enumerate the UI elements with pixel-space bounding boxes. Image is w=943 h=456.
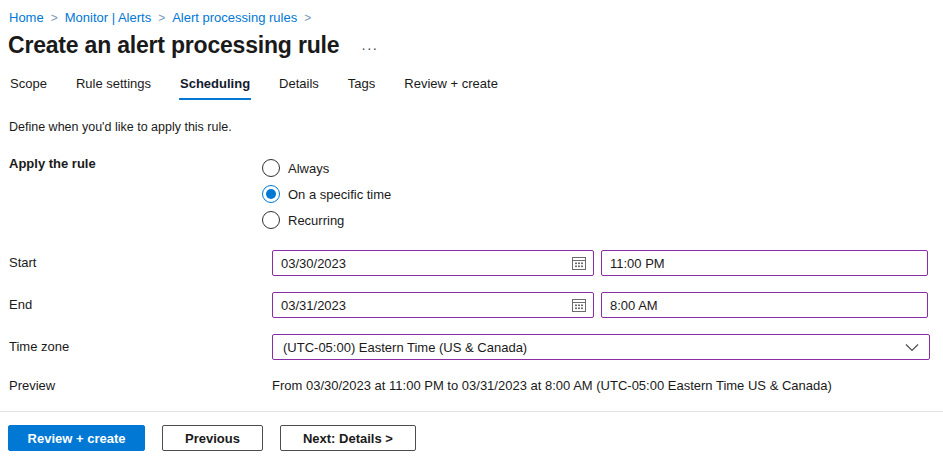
breadcrumb-separator: > [51,11,58,25]
end-label: End [9,292,272,312]
next-details-button[interactable]: Next: Details > [280,425,416,451]
end-date-input[interactable] [272,292,594,318]
title-row: Create an alert processing rule ··· [8,32,943,59]
timezone-row: Time zone (UTC-05:00) Eastern Time (US &… [9,334,943,360]
radio-circle-icon [262,185,280,203]
footer-actions: Review + create Previous Next: Details > [8,425,416,451]
start-label: Start [9,250,272,270]
radio-circle-icon [262,159,280,177]
start-date-input[interactable] [272,250,594,276]
end-time-input[interactable] [601,292,928,318]
radio-always-label: Always [288,161,329,176]
timezone-label: Time zone [9,334,272,354]
tab-tags[interactable]: Tags [347,74,376,100]
start-date-wrap [272,250,594,276]
end-date-wrap [272,292,594,318]
radio-circle-icon [262,211,280,229]
tab-scheduling[interactable]: Scheduling [179,74,251,100]
tab-scope[interactable]: Scope [9,74,48,100]
breadcrumb-home[interactable]: Home [9,10,44,25]
more-options-icon[interactable]: ··· [361,41,378,55]
apply-the-rule-row: Apply the rule Always On a specific time… [9,155,943,233]
tab-details[interactable]: Details [278,74,320,100]
previous-button[interactable]: Previous [162,425,263,451]
tab-rule-settings[interactable]: Rule settings [75,74,152,100]
preview-row: Preview From 03/30/2023 at 11:00 PM to 0… [9,373,943,393]
page-title: Create an alert processing rule [8,32,339,59]
radio-recurring-label: Recurring [288,213,344,228]
radio-on-a-specific-time[interactable]: On a specific time [262,181,391,207]
tab-bar: Scope Rule settings Scheduling Details T… [9,74,943,100]
start-time-input[interactable] [601,250,928,276]
breadcrumb-separator: > [304,11,311,25]
timezone-selected-value: (UTC-05:00) Eastern Time (US & Canada) [283,340,527,355]
apply-rule-radio-group: Always On a specific time Recurring [262,155,391,233]
radio-always[interactable]: Always [262,155,391,181]
timezone-select[interactable]: (UTC-05:00) Eastern Time (US & Canada) [272,334,930,360]
tab-review-create[interactable]: Review + create [403,74,499,100]
apply-the-rule-label: Apply the rule [9,155,272,171]
start-row: Start [9,250,943,276]
footer-divider [0,411,943,412]
end-row: End [9,292,943,318]
preview-label: Preview [9,373,272,393]
radio-on-a-specific-time-label: On a specific time [288,187,391,202]
scheduling-description: Define when you'd like to apply this rul… [9,120,943,134]
review-create-button[interactable]: Review + create [8,425,145,451]
breadcrumb-separator: > [158,11,165,25]
calendar-icon[interactable] [571,297,587,313]
create-alert-processing-rule-page: Home > Monitor | Alerts > Alert processi… [0,0,943,456]
breadcrumb: Home > Monitor | Alerts > Alert processi… [0,0,943,25]
breadcrumb-alert-processing-rules[interactable]: Alert processing rules [172,10,297,25]
preview-value: From 03/30/2023 at 11:00 PM to 03/31/202… [272,373,832,393]
scheduling-form: Apply the rule Always On a specific time… [9,155,943,393]
breadcrumb-monitor-alerts[interactable]: Monitor | Alerts [65,10,151,25]
radio-recurring[interactable]: Recurring [262,207,391,233]
chevron-down-icon [905,343,919,352]
calendar-icon[interactable] [571,255,587,271]
